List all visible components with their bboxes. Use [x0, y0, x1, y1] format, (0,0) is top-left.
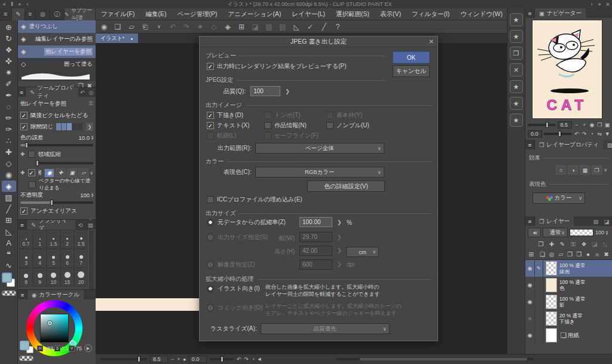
- tab-layer-comment-icon[interactable]: ◪: [601, 216, 612, 226]
- scale-slider-icon[interactable]: ❯: [337, 219, 342, 225]
- merge-layer-icon[interactable]: ❐: [576, 250, 582, 259]
- material-folder-button[interactable]: ★: [510, 30, 523, 43]
- reference-layer-icon[interactable]: ✚: [547, 240, 556, 249]
- brush-size-cell[interactable]: 1.5: [47, 230, 60, 249]
- lock-icon[interactable]: ⚿: [89, 100, 93, 107]
- layer-color-effect-icon[interactable]: ❐: [592, 166, 602, 175]
- brush-size-cell[interactable]: 7: [74, 249, 88, 268]
- scale-icon[interactable]: ◪: [250, 23, 260, 31]
- tone-effect-icon[interactable]: ◑: [568, 166, 578, 175]
- layer-thumbnail[interactable]: [546, 278, 557, 292]
- layer-thumbnail[interactable]: [546, 295, 557, 309]
- preview-on-export-checkbox[interactable]: ✓: [207, 63, 214, 70]
- brush-size-cell[interactable]: 15: [60, 268, 74, 287]
- tab-color-set[interactable]: ▨ カラーセット: [603, 140, 612, 149]
- rotate-right-icon[interactable]: ↷: [244, 356, 249, 362]
- undo-property-icon[interactable]: ↶: [78, 87, 87, 97]
- ref-all-layers-icon[interactable]: ◉: [44, 169, 54, 178]
- nav-rotate-left-icon[interactable]: ↶: [574, 131, 580, 137]
- chevron-left-icon[interactable]: ‹: [24, 1, 31, 7]
- new-vector-layer-icon[interactable]: ◎: [548, 250, 555, 259]
- scroll-left-icon[interactable]: ◀: [258, 357, 261, 362]
- ref-chevron-icon[interactable]: ∨: [90, 169, 93, 178]
- zoom-tool[interactable]: ⊕: [2, 22, 16, 33]
- transfer-layer-icon[interactable]: ❐: [567, 250, 573, 259]
- layer-row-paper[interactable]: ◉ ❏ 用紙: [525, 327, 612, 344]
- subtool-item-enclose[interactable]: ◇ 囲って塗る: [18, 58, 96, 71]
- material-folder-button[interactable]: ❐: [510, 47, 523, 60]
- opacity-slider[interactable]: [20, 201, 93, 204]
- navigator-preview[interactable]: CAT: [533, 20, 602, 118]
- rotation-slider[interactable]: [210, 358, 234, 360]
- brush-size-cell[interactable]: 0.7: [19, 230, 33, 249]
- fill-tool[interactable]: ◈: [2, 181, 16, 192]
- nav-rotate-right-icon[interactable]: ↷: [582, 131, 587, 137]
- scale-ratio-radio[interactable]: [207, 219, 214, 226]
- snap-special-icon[interactable]: ✓: [305, 23, 315, 31]
- cancel-button[interactable]: キャンセル: [393, 65, 430, 77]
- text-tool[interactable]: A: [2, 237, 16, 249]
- undo-icon[interactable]: ↶: [168, 23, 178, 31]
- saturation-value-square[interactable]: [40, 314, 69, 342]
- subtool-item-brush-preview[interactable]: [18, 71, 96, 81]
- redo-icon[interactable]: ↷: [182, 23, 191, 31]
- lock-layer-icon[interactable]: ⚿: [569, 240, 577, 249]
- effect-chevron-icon[interactable]: ∨: [604, 167, 607, 173]
- move-tool[interactable]: ✜: [2, 56, 16, 67]
- brush-size-cell[interactable]: 20: [74, 268, 88, 287]
- adjacent-pixels-checkbox[interactable]: ✓: [20, 112, 27, 119]
- page-number-checkbox[interactable]: [326, 122, 333, 129]
- save-icon[interactable]: ⎗: [140, 23, 150, 31]
- new-folder-icon[interactable]: ▱: [558, 250, 564, 259]
- gap-level-3[interactable]: [67, 123, 72, 130]
- change-palette-icon[interactable]: ⊞: [528, 250, 534, 259]
- brush-size-cell[interactable]: 2.5: [74, 230, 88, 249]
- subtool-menu-icon[interactable]: ≡: [25, 8, 36, 20]
- balloon-tool[interactable]: ❝: [2, 249, 16, 260]
- mesh-icon[interactable]: ▤: [278, 23, 287, 31]
- expression-color-dropdown[interactable]: カラー ∨: [533, 192, 585, 204]
- tab-color-circle[interactable]: ◉ カラーサークル: [27, 290, 84, 299]
- clip-below-icon[interactable]: ❐: [537, 240, 545, 249]
- delete-layer-icon[interactable]: ✖: [603, 250, 610, 259]
- create-mask-icon[interactable]: ●: [585, 250, 591, 259]
- material-folder-button[interactable]: ★: [510, 13, 523, 26]
- panel-menu-icon[interactable]: ≡: [604, 1, 612, 7]
- menu-page[interactable]: ページ管理(P): [172, 10, 222, 19]
- material-folder-button[interactable]: ✕: [510, 63, 523, 77]
- zoom-slider[interactable]: [100, 358, 147, 360]
- subtool-item-other-layer[interactable]: ◈ 他レイヤーを参照: [18, 45, 96, 58]
- material-folder-button[interactable]: ★: [510, 80, 523, 93]
- border-effect-icon[interactable]: ○: [556, 166, 566, 175]
- palette-filter-dropdown[interactable]: ■∨: [528, 228, 541, 237]
- nav-zoom-slider[interactable]: [528, 124, 556, 126]
- subtool-group[interactable]: ◈ 塗りつぶし: [18, 20, 96, 33]
- panel-menu-icon[interactable]: ≡: [525, 8, 535, 18]
- menu-animation[interactable]: アニメーション(A): [222, 10, 286, 19]
- menu-window[interactable]: ウィンドウ(W): [455, 10, 508, 19]
- brush-size-scrollbar[interactable]: [89, 230, 94, 290]
- brush-size-cell[interactable]: 5: [47, 249, 60, 268]
- dialog-titlebar[interactable]: JPEG 書き出し設定 ✕: [200, 36, 437, 47]
- pencil-tool[interactable]: ✏: [2, 112, 16, 124]
- h-scrollbar[interactable]: [336, 358, 533, 360]
- expand-plus-icon[interactable]: ✚: [20, 170, 25, 176]
- subtool-item-edit-layer[interactable]: ◈ 編集レイヤーのみ参照: [18, 33, 96, 45]
- tab-navigator[interactable]: ▣ ナビゲーター: [535, 8, 586, 18]
- menu-edit[interactable]: 編集(E): [140, 10, 172, 19]
- ok-button[interactable]: OK: [393, 51, 430, 63]
- clip-studio-logo-icon[interactable]: ◉: [99, 23, 109, 31]
- rotate-canvas-tool[interactable]: ↻: [2, 33, 16, 44]
- rotate-left-icon[interactable]: ↶: [237, 356, 241, 362]
- nav-zoom-reset-icon[interactable]: ◉: [589, 122, 595, 129]
- foreground-color-swatch[interactable]: [2, 273, 12, 283]
- gap-level-2[interactable]: [62, 123, 66, 130]
- nav-rotation-slider[interactable]: [544, 133, 572, 135]
- help-icon[interactable]: ?: [333, 23, 342, 31]
- visibility-eye-icon[interactable]: ◉: [525, 265, 534, 271]
- lock-alpha-icon[interactable]: ❖: [580, 240, 588, 249]
- color-margin-slider[interactable]: [20, 144, 93, 146]
- illustration-radio[interactable]: [207, 285, 214, 292]
- visibility-eye-icon[interactable]: ◉: [525, 282, 534, 288]
- color-margin-stepper[interactable]: ▴▾: [91, 135, 93, 140]
